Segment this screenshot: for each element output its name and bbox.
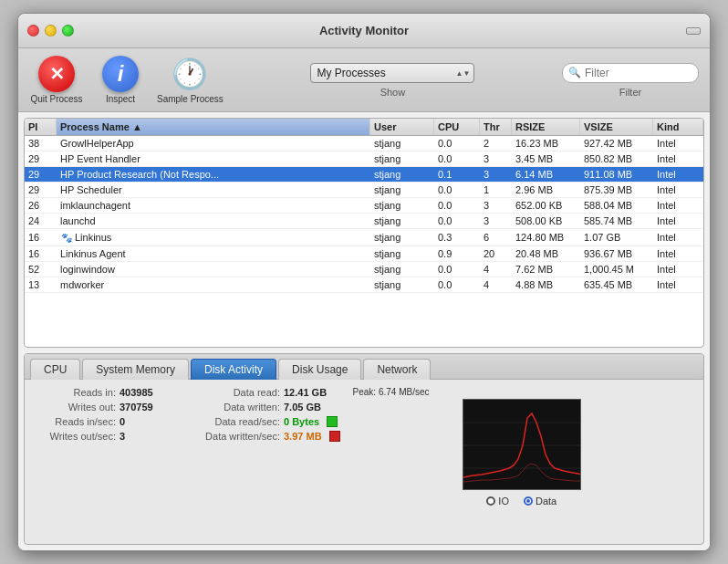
th-pid[interactable]: PI (25, 119, 57, 135)
table-row[interactable]: 29 HP Product Research (Not Respo... stj… (25, 167, 703, 183)
cell-rsize: 3.45 MB (512, 151, 580, 166)
cell-kind: Intel (653, 277, 703, 292)
show-select[interactable]: My Processes All Processes Other User Pr… (310, 63, 474, 83)
th-rsize[interactable]: RSIZE (512, 119, 580, 135)
write-indicator (329, 431, 340, 442)
cell-thr: 1 (480, 183, 512, 197)
traffic-lights (27, 25, 74, 37)
tab-disk-usage[interactable]: Disk Usage (278, 359, 361, 380)
cell-thr: 4 (480, 277, 512, 292)
tab-network[interactable]: Network (363, 359, 431, 380)
table-row[interactable]: 13 mdworker stjang 0.0 4 4.88 MB 635.45 … (25, 277, 703, 293)
reads-sec-value: 0 (120, 416, 125, 427)
table-body: 38 GrowlHelperApp stjang 0.0 2 16.23 MB … (25, 136, 703, 347)
th-user[interactable]: User (370, 119, 434, 135)
cell-vsize: 936.67 MB (580, 246, 653, 261)
tab-system-memory[interactable]: System Memory (82, 359, 189, 380)
writes-out-label: Writes out: (34, 402, 116, 413)
cell-name: HP Event Handler (57, 151, 370, 166)
cell-rsize: 4.88 MB (512, 277, 580, 292)
cell-thr: 20 (480, 246, 512, 261)
radio-data-label: Data (536, 496, 556, 507)
cell-kind: Intel (653, 183, 703, 197)
titlebar: Activity Monitor (18, 14, 710, 48)
th-vsize[interactable]: VSIZE (580, 119, 653, 135)
tab-cpu[interactable]: CPU (30, 359, 80, 380)
table-row[interactable]: 16 Linkinus Agent stjang 0.9 20 20.48 MB… (25, 246, 703, 262)
sample-label: Sample Process (157, 94, 224, 104)
table-row[interactable]: 16 🐾 Linkinus stjang 0.3 6 124.80 MB 1.0… (25, 229, 703, 246)
show-select-container[interactable]: My Processes All Processes Other User Pr… (310, 63, 474, 83)
close-button[interactable] (27, 25, 39, 37)
quit-icon: ✕ (38, 56, 75, 92)
cell-pid: 38 (25, 136, 57, 151)
cell-user: stjang (370, 183, 434, 197)
cell-vsize: 850.82 MB (580, 151, 653, 166)
cell-vsize: 1,000.45 M (580, 262, 653, 277)
filter-input[interactable] (585, 67, 692, 79)
cell-name: Linkinus Agent (57, 246, 370, 261)
reads-in-value: 403985 (120, 387, 153, 398)
writes-sec-value: 3 (120, 431, 125, 442)
th-cpu[interactable]: CPU (434, 119, 480, 135)
cell-kind: Intel (653, 262, 703, 277)
radio-io-dot[interactable] (486, 496, 495, 506)
cell-thr: 2 (480, 136, 512, 151)
cell-thr: 3 (480, 198, 512, 213)
th-thr[interactable]: Thr (480, 119, 512, 135)
cell-cpu: 0.0 (434, 214, 480, 228)
cell-kind: Intel (653, 136, 703, 151)
zoom-button[interactable] (62, 25, 74, 37)
table-row[interactable]: 52 loginwindow stjang 0.0 4 7.62 MB 1,00… (25, 262, 703, 277)
minimize-button[interactable] (45, 25, 57, 37)
cell-pid: 16 (25, 246, 57, 261)
reads-in-label: Reads in: (34, 387, 116, 398)
cell-user: stjang (370, 136, 434, 151)
th-kind[interactable]: Kind (653, 119, 703, 135)
cell-cpu: 0.1 (434, 167, 480, 182)
cell-thr: 3 (480, 151, 512, 166)
cell-rsize: 124.80 MB (512, 229, 580, 245)
radio-data-dot[interactable] (524, 496, 533, 506)
disk-activity-chart (463, 399, 581, 490)
data-written-row: Data written: 7.05 GB (189, 402, 340, 413)
cell-thr: 3 (480, 214, 512, 228)
filter-box[interactable]: 🔍 (562, 63, 699, 83)
reads-sec-row: Reads in/sec: 0 (34, 416, 180, 427)
table-row[interactable]: 29 HP Event Handler stjang 0.0 3 3.45 MB… (25, 151, 703, 167)
cell-pid: 13 (25, 277, 57, 292)
cell-name: mdworker (57, 277, 370, 292)
data-written-value: 7.05 GB (284, 402, 321, 413)
window-title: Activity Monitor (319, 24, 409, 37)
cell-rsize: 6.14 MB (512, 167, 580, 182)
cell-user: stjang (370, 262, 434, 277)
cell-vsize: 635.45 MB (580, 277, 653, 292)
cell-pid: 52 (25, 262, 57, 277)
radio-io[interactable]: IO (486, 496, 509, 507)
table-row[interactable]: 26 imklaunchagent stjang 0.0 3 652.00 KB… (25, 198, 703, 214)
stats-right: Data read: 12.41 GB Data written: 7.05 G… (189, 387, 340, 537)
th-process-name[interactable]: Process Name ▲ (57, 119, 370, 135)
table-row[interactable]: 38 GrowlHelperApp stjang 0.0 2 16.23 MB … (25, 136, 703, 151)
quit-process-button[interactable]: ✕ Quit Process (29, 56, 84, 104)
table-row[interactable]: 24 launchd stjang 0.0 3 508.00 KB 585.74… (25, 214, 703, 229)
writes-out-row: Writes out: 370759 (34, 402, 180, 413)
cell-kind: Intel (653, 214, 703, 228)
cell-pid: 24 (25, 214, 57, 228)
data-read-row: Data read: 12.41 GB (189, 387, 340, 398)
sample-process-button[interactable]: 🕐 Sample Process (157, 56, 224, 104)
writes-out-value: 370759 (120, 402, 153, 413)
collapse-button[interactable] (686, 27, 701, 35)
cell-kind: Intel (653, 198, 703, 213)
tab-disk-activity[interactable]: Disk Activity (191, 359, 276, 380)
panel-content: Reads in: 403985 Writes out: 370759 Read… (25, 380, 703, 544)
table-row[interactable]: 29 HP Scheduler stjang 0.0 1 2.96 MB 875… (25, 183, 703, 198)
inspect-button[interactable]: i Inspect (93, 56, 148, 104)
show-label: Show (380, 87, 406, 98)
filter-section: 🔍 Filter (562, 63, 699, 98)
cell-cpu: 0.0 (434, 136, 480, 151)
cell-vsize: 911.08 MB (580, 167, 653, 182)
radio-data[interactable]: Data (524, 496, 556, 507)
inspect-label: Inspect (106, 94, 135, 104)
titlebar-right (686, 27, 701, 35)
